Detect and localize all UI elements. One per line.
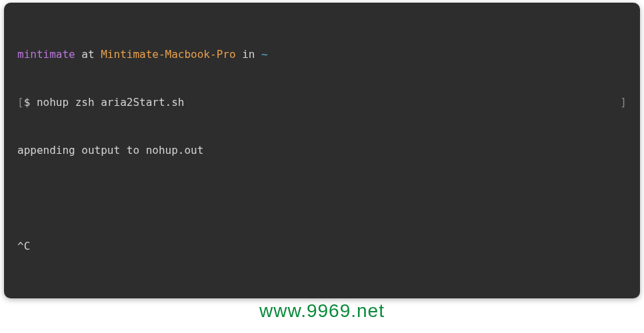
command-text: nohup zsh aria2Start.sh [37,96,185,109]
interrupt-line: ^C [17,238,627,254]
watermark-text: www.9969.net [259,297,385,325]
output-line-1: appending output to nohup.out [17,143,627,159]
prompt-host: Mintimate-Macbook-Pro [101,48,235,61]
command-line-1: [$ nohup zsh aria2Start.sh] [17,95,627,111]
left-bracket: [ [17,96,24,109]
terminal-content: mintimate at Mintimate-Macbook-Pro in ~ … [17,15,627,298]
right-bracket: ] [620,95,627,111]
terminal-window[interactable]: mintimate at Mintimate-Macbook-Pro in ~ … [4,3,640,298]
prompt-at: at [75,48,101,61]
prompt-in: in [236,48,262,61]
prompt-symbol: $ [24,96,37,109]
prompt-user: mintimate [17,48,75,61]
blank-line [17,190,627,206]
prompt-line-1: mintimate at Mintimate-Macbook-Pro in ~ [17,47,627,63]
prompt-path: ~ [261,48,268,61]
